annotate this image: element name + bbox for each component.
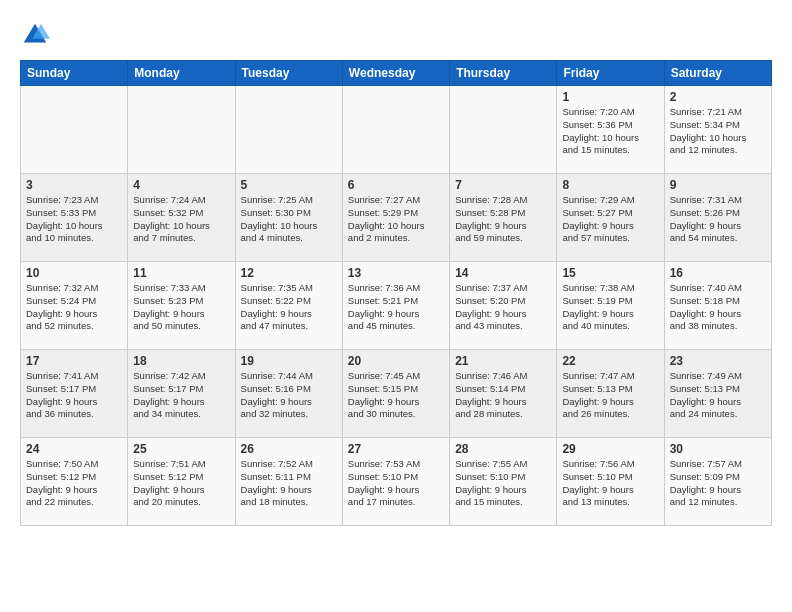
- day-info: Sunrise: 7:52 AM Sunset: 5:11 PM Dayligh…: [241, 458, 337, 509]
- day-cell: 11Sunrise: 7:33 AM Sunset: 5:23 PM Dayli…: [128, 262, 235, 350]
- weekday-header-friday: Friday: [557, 61, 664, 86]
- weekday-header-row: SundayMondayTuesdayWednesdayThursdayFrid…: [21, 61, 772, 86]
- day-cell: 8Sunrise: 7:29 AM Sunset: 5:27 PM Daylig…: [557, 174, 664, 262]
- day-cell: 7Sunrise: 7:28 AM Sunset: 5:28 PM Daylig…: [450, 174, 557, 262]
- day-info: Sunrise: 7:44 AM Sunset: 5:16 PM Dayligh…: [241, 370, 337, 421]
- day-number: 19: [241, 354, 337, 368]
- day-info: Sunrise: 7:47 AM Sunset: 5:13 PM Dayligh…: [562, 370, 658, 421]
- day-number: 28: [455, 442, 551, 456]
- day-info: Sunrise: 7:45 AM Sunset: 5:15 PM Dayligh…: [348, 370, 444, 421]
- day-info: Sunrise: 7:35 AM Sunset: 5:22 PM Dayligh…: [241, 282, 337, 333]
- day-number: 6: [348, 178, 444, 192]
- day-number: 15: [562, 266, 658, 280]
- day-cell: 28Sunrise: 7:55 AM Sunset: 5:10 PM Dayli…: [450, 438, 557, 526]
- day-number: 12: [241, 266, 337, 280]
- day-cell: 9Sunrise: 7:31 AM Sunset: 5:26 PM Daylig…: [664, 174, 771, 262]
- day-number: 8: [562, 178, 658, 192]
- day-cell: 22Sunrise: 7:47 AM Sunset: 5:13 PM Dayli…: [557, 350, 664, 438]
- day-number: 4: [133, 178, 229, 192]
- day-number: 2: [670, 90, 766, 104]
- day-number: 16: [670, 266, 766, 280]
- day-number: 26: [241, 442, 337, 456]
- day-cell: 16Sunrise: 7:40 AM Sunset: 5:18 PM Dayli…: [664, 262, 771, 350]
- day-info: Sunrise: 7:32 AM Sunset: 5:24 PM Dayligh…: [26, 282, 122, 333]
- day-number: 24: [26, 442, 122, 456]
- day-cell: 19Sunrise: 7:44 AM Sunset: 5:16 PM Dayli…: [235, 350, 342, 438]
- day-info: Sunrise: 7:29 AM Sunset: 5:27 PM Dayligh…: [562, 194, 658, 245]
- day-cell: 14Sunrise: 7:37 AM Sunset: 5:20 PM Dayli…: [450, 262, 557, 350]
- page: SundayMondayTuesdayWednesdayThursdayFrid…: [0, 0, 792, 612]
- header: [20, 20, 772, 50]
- day-cell: [342, 86, 449, 174]
- day-info: Sunrise: 7:20 AM Sunset: 5:36 PM Dayligh…: [562, 106, 658, 157]
- day-number: 1: [562, 90, 658, 104]
- day-info: Sunrise: 7:40 AM Sunset: 5:18 PM Dayligh…: [670, 282, 766, 333]
- day-info: Sunrise: 7:38 AM Sunset: 5:19 PM Dayligh…: [562, 282, 658, 333]
- day-info: Sunrise: 7:28 AM Sunset: 5:28 PM Dayligh…: [455, 194, 551, 245]
- day-info: Sunrise: 7:53 AM Sunset: 5:10 PM Dayligh…: [348, 458, 444, 509]
- day-number: 13: [348, 266, 444, 280]
- day-info: Sunrise: 7:37 AM Sunset: 5:20 PM Dayligh…: [455, 282, 551, 333]
- day-number: 20: [348, 354, 444, 368]
- day-info: Sunrise: 7:56 AM Sunset: 5:10 PM Dayligh…: [562, 458, 658, 509]
- weekday-header-monday: Monday: [128, 61, 235, 86]
- day-number: 22: [562, 354, 658, 368]
- day-number: 21: [455, 354, 551, 368]
- day-number: 29: [562, 442, 658, 456]
- day-info: Sunrise: 7:27 AM Sunset: 5:29 PM Dayligh…: [348, 194, 444, 245]
- logo-icon: [20, 20, 50, 50]
- day-info: Sunrise: 7:51 AM Sunset: 5:12 PM Dayligh…: [133, 458, 229, 509]
- week-row-4: 17Sunrise: 7:41 AM Sunset: 5:17 PM Dayli…: [21, 350, 772, 438]
- day-number: 7: [455, 178, 551, 192]
- day-info: Sunrise: 7:46 AM Sunset: 5:14 PM Dayligh…: [455, 370, 551, 421]
- day-cell: [128, 86, 235, 174]
- day-number: 23: [670, 354, 766, 368]
- day-info: Sunrise: 7:21 AM Sunset: 5:34 PM Dayligh…: [670, 106, 766, 157]
- day-cell: 27Sunrise: 7:53 AM Sunset: 5:10 PM Dayli…: [342, 438, 449, 526]
- day-cell: [21, 86, 128, 174]
- day-info: Sunrise: 7:41 AM Sunset: 5:17 PM Dayligh…: [26, 370, 122, 421]
- day-info: Sunrise: 7:57 AM Sunset: 5:09 PM Dayligh…: [670, 458, 766, 509]
- day-info: Sunrise: 7:36 AM Sunset: 5:21 PM Dayligh…: [348, 282, 444, 333]
- day-number: 18: [133, 354, 229, 368]
- day-cell: [450, 86, 557, 174]
- weekday-header-saturday: Saturday: [664, 61, 771, 86]
- day-cell: [235, 86, 342, 174]
- day-cell: 6Sunrise: 7:27 AM Sunset: 5:29 PM Daylig…: [342, 174, 449, 262]
- day-cell: 2Sunrise: 7:21 AM Sunset: 5:34 PM Daylig…: [664, 86, 771, 174]
- week-row-2: 3Sunrise: 7:23 AM Sunset: 5:33 PM Daylig…: [21, 174, 772, 262]
- day-cell: 10Sunrise: 7:32 AM Sunset: 5:24 PM Dayli…: [21, 262, 128, 350]
- day-cell: 18Sunrise: 7:42 AM Sunset: 5:17 PM Dayli…: [128, 350, 235, 438]
- week-row-5: 24Sunrise: 7:50 AM Sunset: 5:12 PM Dayli…: [21, 438, 772, 526]
- day-cell: 30Sunrise: 7:57 AM Sunset: 5:09 PM Dayli…: [664, 438, 771, 526]
- day-info: Sunrise: 7:23 AM Sunset: 5:33 PM Dayligh…: [26, 194, 122, 245]
- day-info: Sunrise: 7:33 AM Sunset: 5:23 PM Dayligh…: [133, 282, 229, 333]
- day-info: Sunrise: 7:49 AM Sunset: 5:13 PM Dayligh…: [670, 370, 766, 421]
- day-cell: 25Sunrise: 7:51 AM Sunset: 5:12 PM Dayli…: [128, 438, 235, 526]
- day-cell: 13Sunrise: 7:36 AM Sunset: 5:21 PM Dayli…: [342, 262, 449, 350]
- day-cell: 3Sunrise: 7:23 AM Sunset: 5:33 PM Daylig…: [21, 174, 128, 262]
- day-cell: 29Sunrise: 7:56 AM Sunset: 5:10 PM Dayli…: [557, 438, 664, 526]
- day-info: Sunrise: 7:42 AM Sunset: 5:17 PM Dayligh…: [133, 370, 229, 421]
- day-cell: 1Sunrise: 7:20 AM Sunset: 5:36 PM Daylig…: [557, 86, 664, 174]
- day-cell: 12Sunrise: 7:35 AM Sunset: 5:22 PM Dayli…: [235, 262, 342, 350]
- day-info: Sunrise: 7:31 AM Sunset: 5:26 PM Dayligh…: [670, 194, 766, 245]
- day-number: 10: [26, 266, 122, 280]
- day-number: 17: [26, 354, 122, 368]
- day-number: 30: [670, 442, 766, 456]
- weekday-header-sunday: Sunday: [21, 61, 128, 86]
- day-number: 3: [26, 178, 122, 192]
- day-cell: 24Sunrise: 7:50 AM Sunset: 5:12 PM Dayli…: [21, 438, 128, 526]
- day-number: 9: [670, 178, 766, 192]
- day-info: Sunrise: 7:24 AM Sunset: 5:32 PM Dayligh…: [133, 194, 229, 245]
- day-cell: 5Sunrise: 7:25 AM Sunset: 5:30 PM Daylig…: [235, 174, 342, 262]
- day-info: Sunrise: 7:55 AM Sunset: 5:10 PM Dayligh…: [455, 458, 551, 509]
- day-number: 5: [241, 178, 337, 192]
- day-cell: 20Sunrise: 7:45 AM Sunset: 5:15 PM Dayli…: [342, 350, 449, 438]
- day-number: 14: [455, 266, 551, 280]
- day-cell: 21Sunrise: 7:46 AM Sunset: 5:14 PM Dayli…: [450, 350, 557, 438]
- weekday-header-thursday: Thursday: [450, 61, 557, 86]
- day-cell: 17Sunrise: 7:41 AM Sunset: 5:17 PM Dayli…: [21, 350, 128, 438]
- day-cell: 4Sunrise: 7:24 AM Sunset: 5:32 PM Daylig…: [128, 174, 235, 262]
- week-row-3: 10Sunrise: 7:32 AM Sunset: 5:24 PM Dayli…: [21, 262, 772, 350]
